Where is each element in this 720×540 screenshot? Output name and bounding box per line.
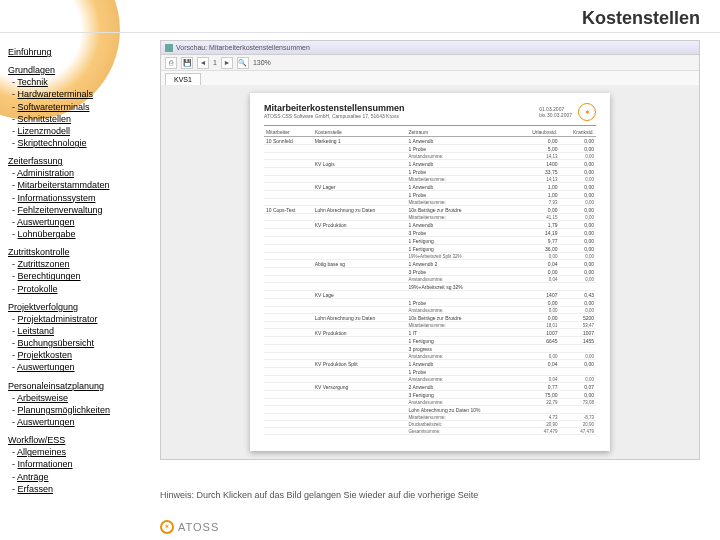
nav-item[interactable]: Softwareterminals xyxy=(18,102,90,112)
table-row: Anstandssumme:0,000,00 xyxy=(264,307,596,314)
nav-section-head[interactable]: Personaleinsatzplanung xyxy=(8,380,153,392)
table-row: 3 Probe14,190,00 xyxy=(264,229,596,237)
nav-item[interactable]: Projektadministrator xyxy=(18,314,98,324)
toolbar: ⎙ 💾 ◄ 1 ► 🔍 130% xyxy=(161,55,699,71)
nav-section-head[interactable]: Workflow/ESS xyxy=(8,434,153,446)
report-page: Mitarbeiterkostenstellensummen ATOSS CSS… xyxy=(250,93,610,451)
table-row: 1 Probe1,000,00 xyxy=(264,191,596,199)
table-row: Anstandssumme:0,040,00 xyxy=(264,376,596,383)
table-row: 1 Probe5,000,00 xyxy=(264,145,596,153)
table-row: 3 Probe0,000,00 xyxy=(264,268,596,276)
nav-section-head[interactable]: Grundlagen xyxy=(8,64,153,76)
nav-item[interactable]: Auswertungen xyxy=(17,362,75,372)
nav-item[interactable]: Lohnübergabe xyxy=(18,229,76,239)
nav-item[interactable]: Erfassen xyxy=(18,484,54,494)
nav-section-head[interactable]: Projektverfolgung xyxy=(8,301,153,313)
next-page-icon[interactable]: ► xyxy=(221,57,233,69)
table-row: KV Versorgung2 Anwendb0,770,07 xyxy=(264,383,596,391)
table-row: KV Produktion1 IT10071007 xyxy=(264,329,596,337)
table-row: Anstandssumme:0,000,00 xyxy=(264,353,596,360)
table-row: KV Lage14070,43 xyxy=(264,291,596,299)
table-row: 1 Fertigung9,770,00 xyxy=(264,237,596,245)
nav-item[interactable]: Protokolle xyxy=(18,284,58,294)
table-row: Mitarbeitersumme:7,930,00 xyxy=(264,199,596,206)
table-row: Mitarbeitersumme:14,130,00 xyxy=(264,176,596,183)
sidebar-nav: Einführung GrundlagenTechnikHardwareterm… xyxy=(8,40,153,495)
nav-item[interactable]: Lizenzmodell xyxy=(18,126,71,136)
nav-item[interactable]: Auswertungen xyxy=(17,217,75,227)
nav-item[interactable]: Arbeitsweise xyxy=(17,393,68,403)
table-row: Anstandssumme:14,130,00 xyxy=(264,153,596,160)
report-table: MitarbeiterKostenstelleZeitraumUrlaubsst… xyxy=(264,128,596,435)
nav-item[interactable]: Technik xyxy=(17,77,48,87)
nav-intro[interactable]: Einführung xyxy=(8,46,153,58)
window-titlebar: Vorschau: Mitarbeiterkostenstellensummen xyxy=(161,41,699,55)
nav-item[interactable]: Informationen xyxy=(18,459,73,469)
footer: ✶ ATOSS xyxy=(160,520,219,534)
table-row: Abtlg base sg1 Anwendb 20,040,00 xyxy=(264,260,596,268)
nav-item[interactable]: Hardwareterminals xyxy=(18,89,94,99)
nav-item[interactable]: Schnittstellen xyxy=(18,114,72,124)
table-row: 19%+Arbeitszeit sg 32% xyxy=(264,283,596,291)
nav-item[interactable]: Zutrittszonen xyxy=(18,259,70,269)
nav-item[interactable]: Fehlzeitenverwaltung xyxy=(18,205,103,215)
table-row: 1 Probe0,000,00 xyxy=(264,299,596,307)
footer-logo-icon: ✶ xyxy=(160,520,174,534)
nav-item[interactable]: Anträge xyxy=(17,472,49,482)
zoom-level: 130% xyxy=(253,59,271,66)
table-row: KV Lager1 Anwendb1,000,00 xyxy=(264,183,596,191)
table-row: 19%+Arbeitszeit Split 32%0,000,00 xyxy=(264,253,596,260)
table-row: KV Produktion Split1 Anwendb0,040,00 xyxy=(264,360,596,368)
nav-item[interactable]: Planungsmöglichkeiten xyxy=(18,405,111,415)
nav-item[interactable]: Mitarbeiterstammdaten xyxy=(18,180,110,190)
report-subtitle: ATOSS CSS Software GmbH, Campusallee 17,… xyxy=(264,113,405,119)
table-row: Mitarbeitersumme:18,0153,47 xyxy=(264,322,596,329)
page-viewport: Mitarbeiterkostenstellensummen ATOSS CSS… xyxy=(161,85,699,459)
prev-page-icon[interactable]: ◄ xyxy=(197,57,209,69)
zoom-icon[interactable]: 🔍 xyxy=(237,57,249,69)
table-row: 1 Probe33,750,00 xyxy=(264,168,596,176)
table-row: KV Logis1 Anwendb14000,00 xyxy=(264,160,596,168)
page-number: 1 xyxy=(213,59,217,66)
table-row: Druckarbeitszeit:20,9020,90 xyxy=(264,421,596,428)
nav-section-head[interactable]: Zutrittskontrolle xyxy=(8,246,153,258)
table-row: Lohn Abrechnung zu Daten10s Beträge zur … xyxy=(264,314,596,322)
tab[interactable]: KVS1 xyxy=(165,73,201,85)
window-title: Vorschau: Mitarbeiterkostenstellensummen xyxy=(176,44,310,51)
nav-item[interactable]: Skripttechnologie xyxy=(18,138,87,148)
table-row: 1 Fertigung36,000,00 xyxy=(264,245,596,253)
nav-section-head[interactable]: Zeiterfassung xyxy=(8,155,153,167)
save-icon[interactable]: 💾 xyxy=(181,57,193,69)
table-row: 3 progress xyxy=(264,345,596,353)
nav-item[interactable]: Leitstand xyxy=(18,326,55,336)
table-row: 1 Probe xyxy=(264,368,596,376)
table-row: Lohn Abrechnung zu Daten 10% xyxy=(264,406,596,414)
page-title: Kostenstellen xyxy=(582,8,700,29)
nav-item[interactable]: Allgemeines xyxy=(17,447,66,457)
nav-item[interactable]: Auswertungen xyxy=(17,417,75,427)
report-preview-window[interactable]: Vorschau: Mitarbeiterkostenstellensummen… xyxy=(160,40,700,460)
table-row: Anstandssumme:0,040,00 xyxy=(264,276,596,283)
nav-item[interactable]: Buchungsübersicht xyxy=(18,338,95,348)
table-row: 10 Cops-TestLohn Abrechnung zu Daten10s … xyxy=(264,206,596,214)
table-row: Anstandssumme:22,7973,08 xyxy=(264,399,596,406)
nav-item[interactable]: Berechtigungen xyxy=(18,271,81,281)
divider xyxy=(0,32,720,33)
hint-text: Hinweis: Durch Klicken auf das Bild gela… xyxy=(160,490,478,500)
nav-item[interactable]: Projektkosten xyxy=(18,350,73,360)
table-row: Gesamtsumme:47,47947,479 xyxy=(264,428,596,435)
table-row: Mitarbeitersumme:4,73-8,73 xyxy=(264,414,596,421)
footer-brand: ATOSS xyxy=(178,521,219,533)
nav-item[interactable]: Administration xyxy=(17,168,74,178)
table-row: KV Produktion1 Anwendb1,790,00 xyxy=(264,221,596,229)
report-title: Mitarbeiterkostenstellensummen xyxy=(264,103,405,113)
table-row: 1 Fertigung66451455 xyxy=(264,337,596,345)
print-icon[interactable]: ⎙ xyxy=(165,57,177,69)
app-icon xyxy=(165,44,173,52)
table-row: Mitarbeitersumme:41,150,00 xyxy=(264,214,596,221)
nav-item[interactable]: Informationssystem xyxy=(18,193,96,203)
table-row: 3 Fertigung75,000,00 xyxy=(264,391,596,399)
table-row: 10 SonnfeldMarketing 11 Anwendb0,000,00 xyxy=(264,137,596,145)
company-logo-icon: ✶ xyxy=(578,103,596,121)
